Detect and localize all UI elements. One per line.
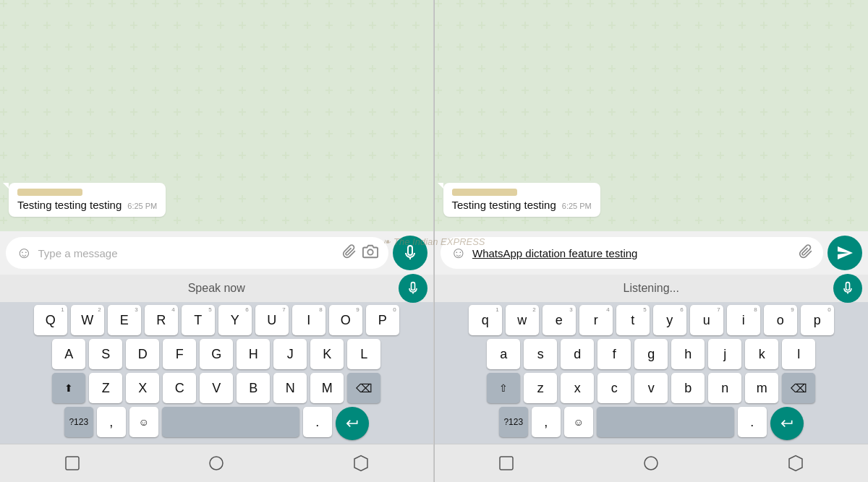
key-C[interactable]: C: [163, 373, 196, 403]
key-J[interactable]: J: [273, 339, 307, 369]
key-N[interactable]: N: [273, 373, 307, 403]
key-comma-right[interactable]: ,: [532, 407, 561, 437]
main-container: Testing testing testing 6:25 PM ☺ Type a…: [0, 0, 868, 482]
key-u[interactable]: 7u: [690, 305, 723, 335]
key-B[interactable]: B: [237, 373, 270, 403]
right-emoji-icon[interactable]: ☺: [451, 244, 467, 262]
key-space-right[interactable]: [597, 407, 734, 437]
key-comma-left[interactable]: ,: [97, 407, 126, 437]
key-D[interactable]: D: [126, 339, 159, 369]
key-shift-right[interactable]: ⇧: [487, 373, 520, 403]
key-A[interactable]: A: [52, 339, 85, 369]
key-y[interactable]: 6y: [653, 305, 686, 335]
key-a[interactable]: a: [487, 339, 520, 369]
key-o[interactable]: 9o: [764, 305, 797, 335]
right-attach-icon[interactable]: [799, 244, 813, 262]
key-T[interactable]: 5T: [182, 305, 215, 335]
key-l[interactable]: l: [782, 339, 815, 369]
right-nav-recent[interactable]: [783, 450, 809, 476]
left-nav-home[interactable]: [203, 450, 229, 476]
key-t[interactable]: 5t: [616, 305, 650, 335]
key-backspace-left[interactable]: ⌫: [347, 373, 380, 403]
key-K[interactable]: K: [310, 339, 344, 369]
key-P[interactable]: 0P: [366, 305, 399, 335]
left-keyboard-row1: 1Q 2W 3E 4R 5T 6Y 7U 8I 9O 0P: [0, 305, 433, 335]
right-listen-text: Listening...: [624, 282, 679, 295]
right-input-field[interactable]: ☺ WhatsApp dictation feature testing: [441, 237, 824, 269]
key-d[interactable]: d: [561, 339, 594, 369]
left-speak-mic-button[interactable]: [399, 274, 427, 303]
key-k[interactable]: k: [745, 339, 778, 369]
left-speak-bar: Speak now: [0, 275, 433, 302]
left-nav-back[interactable]: [59, 450, 85, 476]
key-n[interactable]: n: [708, 373, 741, 403]
key-O[interactable]: 9O: [329, 305, 362, 335]
key-m[interactable]: m: [745, 373, 778, 403]
key-emoji-right[interactable]: ☺: [564, 407, 593, 437]
key-U[interactable]: 7U: [255, 305, 289, 335]
key-p[interactable]: 0p: [801, 305, 834, 335]
left-attach-icon[interactable]: [342, 244, 357, 262]
left-bottom-nav: [0, 444, 433, 482]
key-I[interactable]: 8I: [292, 305, 326, 335]
key-period-right[interactable]: .: [738, 407, 767, 437]
key-z[interactable]: z: [524, 373, 557, 403]
key-x[interactable]: x: [561, 373, 594, 403]
key-numbers-right[interactable]: ?123: [499, 407, 528, 437]
key-R[interactable]: 4R: [145, 305, 178, 335]
key-w[interactable]: 2w: [506, 305, 539, 335]
right-send-button[interactable]: [827, 236, 862, 270]
right-input-bar: ☺ WhatsApp dictation feature testing: [435, 231, 869, 275]
key-j[interactable]: j: [708, 339, 741, 369]
key-enter-right[interactable]: [770, 407, 804, 440]
key-Q[interactable]: 1Q: [34, 305, 67, 335]
left-camera-icon[interactable]: [362, 244, 378, 263]
svg-point-4: [644, 457, 658, 470]
key-h[interactable]: h: [671, 339, 705, 369]
key-M[interactable]: M: [310, 373, 344, 403]
left-nav-recent[interactable]: [348, 450, 374, 476]
key-space-left[interactable]: [162, 407, 299, 437]
key-Z[interactable]: Z: [89, 373, 122, 403]
right-input-text[interactable]: WhatsApp dictation feature testing: [472, 247, 793, 259]
key-backspace-right[interactable]: ⌫: [782, 373, 815, 403]
key-emoji-left[interactable]: ☺: [129, 407, 158, 437]
left-keyboard-row4: ?123 , ☺ .: [0, 407, 433, 440]
right-speak-mic-button[interactable]: [833, 274, 862, 303]
left-input-field[interactable]: ☺ Type a message: [6, 237, 388, 269]
key-b[interactable]: b: [671, 373, 705, 403]
key-period-left[interactable]: .: [303, 407, 332, 437]
key-shift-left[interactable]: ⬆: [52, 373, 85, 403]
key-E[interactable]: 3E: [108, 305, 141, 335]
key-i[interactable]: 8i: [727, 305, 760, 335]
key-f[interactable]: f: [597, 339, 631, 369]
key-s[interactable]: s: [524, 339, 557, 369]
right-nav-home[interactable]: [638, 450, 664, 476]
key-H[interactable]: H: [237, 339, 270, 369]
left-input-placeholder[interactable]: Type a message: [38, 247, 336, 259]
right-nav-back[interactable]: [493, 450, 519, 476]
svg-point-2: [210, 457, 223, 470]
right-bottom-nav: [435, 444, 869, 482]
key-e[interactable]: 3e: [542, 305, 576, 335]
key-Y[interactable]: 6Y: [218, 305, 252, 335]
key-S[interactable]: S: [89, 339, 122, 369]
right-keyboard-row4: ?123 , ☺ .: [435, 407, 869, 440]
right-message-content: Testing testing testing: [452, 199, 556, 211]
left-message-bubble: Testing testing testing 6:25 PM: [9, 183, 166, 217]
key-G[interactable]: G: [200, 339, 233, 369]
key-F[interactable]: F: [163, 339, 196, 369]
key-enter-left[interactable]: [336, 407, 369, 440]
key-V[interactable]: V: [200, 373, 233, 403]
left-mic-button[interactable]: [393, 236, 427, 270]
key-numbers-left[interactable]: ?123: [64, 407, 93, 437]
key-c[interactable]: c: [597, 373, 631, 403]
key-v[interactable]: v: [634, 373, 668, 403]
left-emoji-icon[interactable]: ☺: [16, 244, 32, 262]
key-W[interactable]: 2W: [71, 305, 104, 335]
key-r[interactable]: 4r: [579, 305, 613, 335]
key-q[interactable]: 1q: [469, 305, 502, 335]
key-L[interactable]: L: [347, 339, 380, 369]
key-g[interactable]: g: [634, 339, 668, 369]
key-X[interactable]: X: [126, 373, 159, 403]
